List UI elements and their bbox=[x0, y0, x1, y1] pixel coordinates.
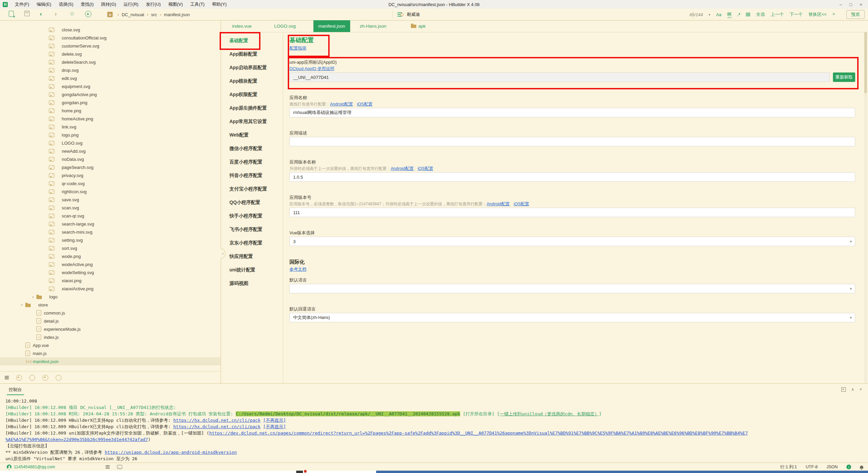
new-file-icon[interactable] bbox=[9, 11, 14, 17]
menu-item-S[interactable]: 选择(S) bbox=[55, 1, 77, 7]
breadcrumb-item[interactable]: src bbox=[151, 12, 157, 17]
tree-item-editsvg[interactable]: edit.svg bbox=[0, 74, 221, 82]
chevron-right-icon[interactable]: › bbox=[31, 294, 35, 299]
field-doc-link[interactable]: DCloud AppID 使用说明 bbox=[289, 66, 334, 71]
match-case-toggle[interactable]: Aa bbox=[716, 12, 722, 17]
chevron-down-icon[interactable]: › bbox=[20, 303, 25, 307]
panel-locate-icon[interactable] bbox=[16, 375, 22, 381]
outline-icon[interactable] bbox=[106, 465, 110, 466]
nav-item-[interactable]: 百度小程序配置 bbox=[221, 155, 283, 169]
tree-item-wodeSettingsvg[interactable]: wodeSetting.svg bbox=[0, 268, 221, 276]
breadcrumb-item[interactable]: DC_nvisual bbox=[122, 12, 144, 17]
panel-list-icon[interactable] bbox=[5, 376, 9, 377]
panel-globe-icon[interactable] bbox=[56, 375, 61, 381]
encoding-indicator[interactable]: UTF-8 bbox=[806, 465, 817, 469]
whole-word-toggle[interactable]: 啊 bbox=[727, 11, 732, 18]
history-dropdown-icon[interactable]: ▾ bbox=[709, 13, 710, 17]
regex-toggle[interactable]: .* bbox=[737, 12, 740, 17]
tree-item-gongdaActivepng[interactable]: gongdaActive.png bbox=[0, 90, 221, 98]
tree-item-LOGOsvg[interactable]: LOGO.svg bbox=[0, 139, 221, 147]
tree-item-searchminisvg[interactable]: search-mini.svg bbox=[0, 228, 221, 236]
tree-item-logo[interactable]: ›logo bbox=[0, 293, 221, 301]
tree-item-wodepng[interactable]: wode.png bbox=[0, 252, 221, 260]
nav-item-App[interactable]: App权限配置 bbox=[221, 88, 283, 101]
nav-item-App[interactable]: App原生插件配置 bbox=[221, 101, 283, 115]
account-icon[interactable] bbox=[7, 465, 11, 469]
tab-indexvue[interactable]: index.vue bbox=[227, 20, 257, 32]
text-field[interactable]: 1.0.5 bbox=[289, 172, 855, 182]
text-field[interactable]: nVisual网络基础设施运维管理 bbox=[289, 108, 855, 117]
tree-item-searchlargesvg[interactable]: search-large.svg bbox=[0, 220, 221, 228]
console-link[interactable]: https://hx.dcloud.net.cn/cli/pack bbox=[173, 424, 260, 429]
tree-item-settingsvg[interactable]: setting.svg bbox=[0, 236, 221, 244]
nav-item-[interactable]: 抖音小程序配置 bbox=[221, 169, 283, 182]
nav-item-[interactable]: 支付宝小程序配置 bbox=[221, 182, 283, 196]
tree-item-linksvg[interactable]: link.svg bbox=[0, 123, 221, 131]
tree-item-xiaoxipng[interactable]: xiaoxi.png bbox=[0, 276, 221, 285]
text-field[interactable]: 111 bbox=[289, 208, 855, 217]
nav-item-App[interactable]: App常用其它设置 bbox=[221, 115, 283, 128]
menu-item-F[interactable]: 文件(F) bbox=[11, 1, 33, 7]
tree-item-indexjs[interactable]: Jindex.js bbox=[0, 333, 221, 341]
section-doc-link[interactable]: 参考文档 bbox=[289, 267, 306, 272]
nav-item-[interactable]: 飞书小程序配置 bbox=[221, 223, 283, 236]
minimize-button[interactable]: – bbox=[836, 2, 846, 7]
bookmark-star-icon[interactable]: ☆ bbox=[69, 11, 75, 17]
tree-item-savesvg[interactable]: save.svg bbox=[0, 196, 221, 204]
hint-link[interactable]: iOS配置 bbox=[357, 102, 372, 107]
close-button[interactable]: × bbox=[856, 2, 866, 7]
console-link[interactable]: [不再提示] bbox=[263, 418, 286, 423]
tree-item-Appvue[interactable]: VApp.vue bbox=[0, 341, 221, 349]
menu-item-V[interactable]: 视图(V) bbox=[164, 1, 186, 7]
find-action-[interactable]: 上一个 bbox=[771, 11, 784, 18]
tree-item-closesvg[interactable]: close.svg bbox=[0, 26, 221, 34]
tree-item-deletesvg[interactable]: delete.svg bbox=[0, 50, 221, 58]
tree-item-sortsvg[interactable]: sort.svg bbox=[0, 244, 221, 252]
select-field[interactable] bbox=[289, 284, 855, 293]
find-action-[interactable]: 全选 bbox=[756, 11, 765, 18]
menu-item-G[interactable]: 跳转(G) bbox=[97, 1, 120, 7]
search-field[interactable]: 耐威迪 bbox=[397, 9, 420, 20]
breadcrumb-item[interactable]: manifest.json bbox=[164, 12, 190, 17]
menu-item-R[interactable]: 运行(R) bbox=[120, 1, 142, 7]
text-field[interactable] bbox=[289, 137, 855, 146]
breadcrumb[interactable]: u›DC_nvisual›src›manifest.json bbox=[107, 9, 190, 20]
tree-item-dropsvg[interactable]: drop.svg bbox=[0, 66, 221, 74]
hint-link[interactable]: iOS配置 bbox=[514, 202, 529, 206]
hint-link[interactable]: iOS配置 bbox=[418, 166, 433, 171]
collapse-panel-icon[interactable]: ∧ bbox=[851, 387, 854, 392]
nav-item-[interactable]: 源码视图 bbox=[221, 276, 283, 290]
nav-item-App[interactable]: App启动界面配置 bbox=[221, 61, 283, 74]
tree-item-pageSearchsvg[interactable]: pageSearch.svg bbox=[0, 163, 221, 171]
config-guide-link[interactable]: 配置指南 bbox=[289, 46, 306, 51]
tree-item-store[interactable]: ›store bbox=[0, 301, 221, 309]
preview-button[interactable]: 预览 bbox=[846, 10, 865, 19]
select-field[interactable]: 3 bbox=[289, 237, 855, 246]
language-mode[interactable]: JSON bbox=[827, 465, 838, 469]
hint-link[interactable]: Android配置 bbox=[391, 166, 414, 171]
nav-item-[interactable]: 快手小程序配置 bbox=[221, 209, 283, 223]
console-link[interactable]: %AE%A1%E7%90%86&token=22d90e35bb26c995ee… bbox=[5, 437, 148, 442]
tree-item-scanqrsvg[interactable]: scan-qr.svg bbox=[0, 212, 221, 220]
save-icon[interactable] bbox=[24, 11, 30, 16]
tree-item-manifestjson[interactable]: [o]manifest.json bbox=[0, 357, 221, 365]
export-log-icon[interactable] bbox=[841, 387, 846, 392]
tree-item-equipmentsvg[interactable]: equipment.svg bbox=[0, 82, 221, 90]
menu-item-T[interactable]: 工具(T) bbox=[187, 1, 208, 7]
maximize-button[interactable]: □ bbox=[846, 2, 856, 7]
search-query[interactable]: 耐威迪 bbox=[407, 11, 420, 18]
nav-item-QQ[interactable]: QQ小程序配置 bbox=[221, 196, 283, 209]
filter-lines-icon[interactable] bbox=[746, 13, 750, 13]
panel-refresh-icon[interactable] bbox=[43, 375, 48, 381]
tree-item-homepng[interactable]: home.png bbox=[0, 107, 221, 115]
console-link[interactable]: https://uniapp.dcloud.io/app-android-min… bbox=[105, 450, 236, 455]
text-field[interactable]: __UNI__A077D41 bbox=[289, 72, 830, 82]
tree-item-customerServesvg[interactable]: customerServe.svg bbox=[0, 42, 221, 50]
nav-item-uni[interactable]: uni统计配置 bbox=[221, 263, 283, 276]
tab-manifestjson[interactable]: manifest.json bbox=[313, 20, 351, 32]
tree-item-xiaoxiActivepng[interactable]: xiaoxiActive.png bbox=[0, 285, 221, 293]
console-link[interactable]: https://hx.dcloud.net.cn/cli/pack bbox=[173, 418, 260, 423]
tree-item-wodeActivepng[interactable]: wodeActive.png bbox=[0, 260, 221, 268]
form-scrollbar[interactable] bbox=[864, 32, 867, 383]
refresh-button[interactable]: 重新获取 bbox=[833, 72, 855, 82]
